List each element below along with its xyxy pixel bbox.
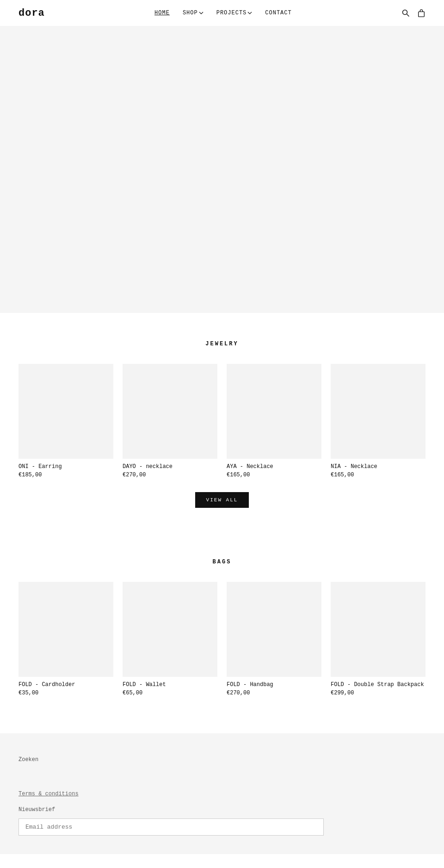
product-image [331, 582, 426, 677]
product-image [18, 582, 113, 677]
footer-nieuwsbrief: Nieuwsbrief [18, 806, 426, 813]
header-icons [401, 9, 426, 17]
svg-rect-2 [419, 12, 425, 17]
chevron-down-icon [247, 11, 252, 15]
product-card[interactable]: FOLD - Handbag €270,00 [227, 582, 321, 696]
product-image [123, 364, 217, 459]
product-card[interactable]: DAYO - necklace €270,00 [123, 364, 217, 478]
nav-home[interactable]: HOME [154, 10, 170, 16]
bags-section: BAGS FOLD - Cardholder €35,00 FOLD - Wal… [0, 531, 444, 715]
nav-projects[interactable]: PROJECTS [216, 10, 253, 16]
product-card[interactable]: FOLD - Wallet €65,00 [123, 582, 217, 696]
product-card[interactable]: AYA - Necklace €165,00 [227, 364, 321, 478]
hero-section [0, 26, 444, 313]
footer-zoeken: Zoeken [18, 756, 426, 763]
view-all-wrap: VIEW ALL [18, 492, 426, 508]
site-footer: Zoeken Terms & conditions Nieuwsbrief [0, 733, 444, 854]
chevron-down-icon [199, 11, 204, 15]
jewelry-section: JEWELRY ONI - Earring €185,00 DAYO - nec… [0, 313, 444, 531]
svg-line-1 [407, 14, 409, 17]
view-all-button[interactable]: VIEW ALL [195, 492, 249, 508]
product-image [227, 364, 321, 459]
product-image [18, 364, 113, 459]
bags-title: BAGS [18, 559, 426, 565]
product-image [331, 364, 426, 459]
product-image [123, 582, 217, 677]
footer-terms-link[interactable]: Terms & conditions [18, 791, 426, 797]
nav-shop[interactable]: SHOP [183, 10, 204, 16]
search-icon[interactable] [401, 9, 410, 17]
logo[interactable]: dora [18, 7, 45, 19]
footer-email-input[interactable] [18, 818, 324, 836]
jewelry-title: JEWELRY [18, 341, 426, 347]
product-card[interactable]: FOLD - Cardholder €35,00 [18, 582, 113, 696]
product-card[interactable]: FOLD - Double Strap Backpack €299,00 [331, 582, 426, 696]
product-card[interactable]: ONI - Earring €185,00 [18, 364, 113, 478]
jewelry-grid: ONI - Earring €185,00 DAYO - necklace €2… [18, 364, 426, 478]
nav-contact[interactable]: CONTACT [265, 10, 291, 16]
product-card[interactable]: NIA - Necklace €165,00 [331, 364, 426, 478]
svg-point-0 [403, 10, 407, 15]
cart-icon[interactable] [417, 9, 426, 17]
bags-grid: FOLD - Cardholder €35,00 FOLD - Wallet €… [18, 582, 426, 696]
product-image [227, 582, 321, 677]
site-header: dora HOME SHOP PROJECTS CONTACT [0, 0, 444, 26]
main-nav: HOME SHOP PROJECTS CONTACT [154, 10, 292, 16]
